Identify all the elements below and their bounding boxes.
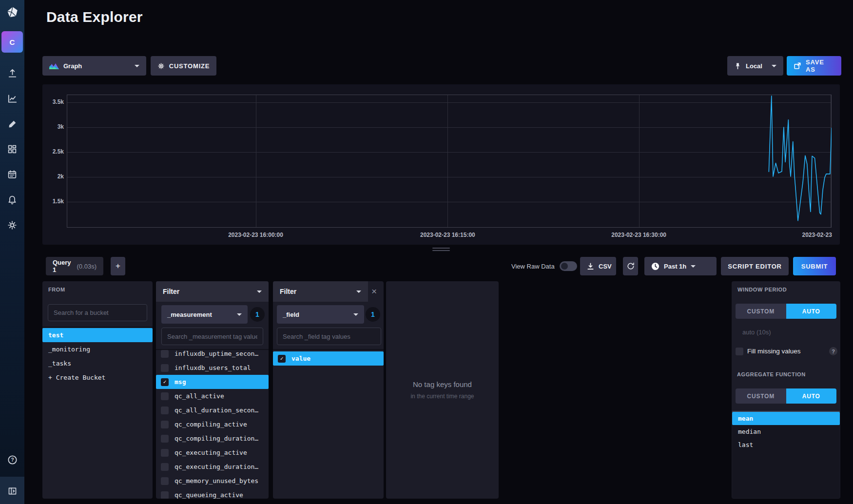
script-editor-button[interactable]: SCRIPT EDITOR xyxy=(721,257,789,275)
query-duration: (0.03s) xyxy=(77,263,97,270)
query-tab[interactable]: Query 1 (0.03s) xyxy=(46,257,103,275)
aggregate-mode-toggle: CUSTOM AUTO xyxy=(736,388,836,404)
field-item-value[interactable]: ✓value xyxy=(273,351,384,366)
measurement-item[interactable]: qc_executing_duration… xyxy=(156,460,269,474)
aggregate-auto-button[interactable]: AUTO xyxy=(786,388,837,404)
aggregate-item-last[interactable]: last xyxy=(732,438,840,451)
bucket-item-test[interactable]: test xyxy=(42,328,153,342)
measurement-filter-panel: Filter _measurement 1 influxdb_uptime_se… xyxy=(156,281,269,499)
close-filter-icon[interactable]: × xyxy=(371,287,377,296)
graph-type-dropdown[interactable]: Graph xyxy=(42,56,146,76)
fill-missing-label: Fill missing values xyxy=(747,348,801,355)
measurement-item[interactable]: qc_compiling_duration… xyxy=(156,431,269,446)
checkbox-icon[interactable] xyxy=(161,463,169,471)
add-query-button[interactable]: + xyxy=(111,257,125,275)
checkbox-icon[interactable] xyxy=(161,392,169,400)
checkbox-icon[interactable] xyxy=(161,407,169,414)
aggregate-function-list: mean median last xyxy=(732,411,840,498)
expand-sidebar-icon[interactable] xyxy=(0,479,24,503)
checkbox-icon[interactable] xyxy=(161,449,169,457)
checkbox-icon[interactable] xyxy=(161,477,169,485)
save-as-button[interactable]: SAVE AS xyxy=(787,56,841,76)
measurement-item[interactable]: qc_memory_unused_bytes xyxy=(156,474,269,488)
aggregate-item-mean[interactable]: mean xyxy=(732,412,840,425)
query-tab-label: Query 1 xyxy=(53,259,73,273)
view-raw-data-control: View Raw Data xyxy=(511,257,577,275)
window-period-title: WINDOW PERIOD xyxy=(737,287,787,292)
y-axis-tick: 3.5k xyxy=(42,98,64,105)
csv-download-button[interactable]: CSV xyxy=(580,257,616,275)
bucket-search-input[interactable] xyxy=(48,304,147,321)
checkbox-icon[interactable] xyxy=(161,421,169,428)
save-as-label: SAVE AS xyxy=(806,58,834,73)
clock-icon xyxy=(651,262,659,271)
toggle-knob xyxy=(561,263,568,270)
aggregate-item-median[interactable]: median xyxy=(732,425,840,438)
help-question-icon[interactable]: ? xyxy=(0,447,24,472)
chart-plot[interactable] xyxy=(67,95,832,228)
measurement-item[interactable]: influxdb_uptime_secon… xyxy=(156,350,269,361)
from-panel: FROM test _monitoring _tasks + Create Bu… xyxy=(42,281,153,499)
view-raw-data-toggle[interactable] xyxy=(560,261,577,271)
nav-rail: C ? xyxy=(0,0,24,504)
upload-icon[interactable] xyxy=(0,61,24,85)
measurement-item[interactable]: qc_all_active xyxy=(156,389,269,403)
customize-label: CUSTOMIZE xyxy=(169,62,210,70)
panel-resize-handle[interactable] xyxy=(432,248,450,252)
alerts-bell-icon[interactable] xyxy=(0,188,24,212)
dashboards-grid-icon[interactable] xyxy=(0,137,24,161)
refresh-button[interactable] xyxy=(623,257,638,275)
field-filter-panel: Filter × _field 1 ✓value xyxy=(273,281,384,499)
bucket-item-tasks[interactable]: _tasks xyxy=(42,356,153,370)
measurement-item[interactable]: qc_all_duration_secon… xyxy=(156,403,269,417)
measurement-item[interactable]: qc_compiling_active xyxy=(156,417,269,431)
gear-icon xyxy=(157,62,165,70)
measurement-item[interactable]: qc_queueing_active xyxy=(156,488,269,499)
help-tooltip-icon[interactable]: ? xyxy=(829,347,837,355)
checkbox-icon[interactable] xyxy=(161,364,169,372)
time-range-label: Past 1h xyxy=(664,263,686,270)
measurement-search-input[interactable] xyxy=(161,328,263,345)
customize-button[interactable]: CUSTOMIZE xyxy=(151,56,216,76)
filter-header-label: Filter xyxy=(163,288,179,295)
window-custom-button[interactable]: CUSTOM xyxy=(736,304,786,319)
checkbox-checked-icon[interactable]: ✓ xyxy=(161,378,169,386)
chart-canvas xyxy=(67,95,832,228)
refresh-icon xyxy=(627,262,635,270)
filter-type-dropdown[interactable]: Filter xyxy=(273,281,368,302)
tag-keys-panel: No tag keys found in the current time ra… xyxy=(386,281,499,499)
chevron-down-icon xyxy=(356,291,361,293)
data-explorer-icon[interactable] xyxy=(0,86,24,111)
tasks-calendar-icon[interactable] xyxy=(0,162,24,187)
time-range-dropdown[interactable]: Past 1h xyxy=(644,257,717,275)
settings-gear-icon[interactable] xyxy=(0,213,24,237)
aggregate-custom-button[interactable]: CUSTOM xyxy=(736,388,786,404)
submit-button[interactable]: SUBMIT xyxy=(793,257,836,275)
page-title: Data Explorer xyxy=(46,9,143,25)
bucket-item-monitoring[interactable]: _monitoring xyxy=(42,342,153,356)
y-axis-tick: 2.5k xyxy=(42,148,64,155)
checkbox-checked-icon[interactable]: ✓ xyxy=(278,355,286,363)
field-search-input[interactable] xyxy=(277,328,381,345)
chevron-down-icon xyxy=(135,65,139,67)
notebooks-pencil-icon[interactable] xyxy=(0,112,24,136)
fill-missing-checkbox[interactable] xyxy=(736,348,743,355)
aggregate-function-title: AGGREGATE FUNCTION xyxy=(737,371,806,377)
local-dropdown[interactable]: Local xyxy=(727,56,783,76)
measurement-item[interactable]: influxdb_users_total xyxy=(156,361,269,375)
checkbox-icon[interactable] xyxy=(161,435,169,443)
csv-label: CSV xyxy=(599,263,612,270)
tag-key-select-field[interactable]: _field xyxy=(277,305,364,324)
window-auto-button[interactable]: AUTO xyxy=(786,304,837,319)
chevron-down-icon xyxy=(257,291,262,293)
create-bucket-button[interactable]: + Create Bucket xyxy=(42,370,153,385)
checkbox-icon[interactable] xyxy=(161,491,169,499)
tag-key-select-measurement[interactable]: _measurement xyxy=(161,305,248,324)
measurement-item-msg[interactable]: ✓msg xyxy=(156,375,269,389)
fill-missing-values-row: Fill missing values ? xyxy=(736,347,837,355)
auto-period-label: auto (10s) xyxy=(742,329,771,336)
checkbox-icon[interactable] xyxy=(161,350,169,358)
filter-type-dropdown[interactable]: Filter xyxy=(156,281,269,302)
measurement-item[interactable]: qc_executing_active xyxy=(156,446,269,460)
avatar[interactable]: C xyxy=(1,31,23,53)
